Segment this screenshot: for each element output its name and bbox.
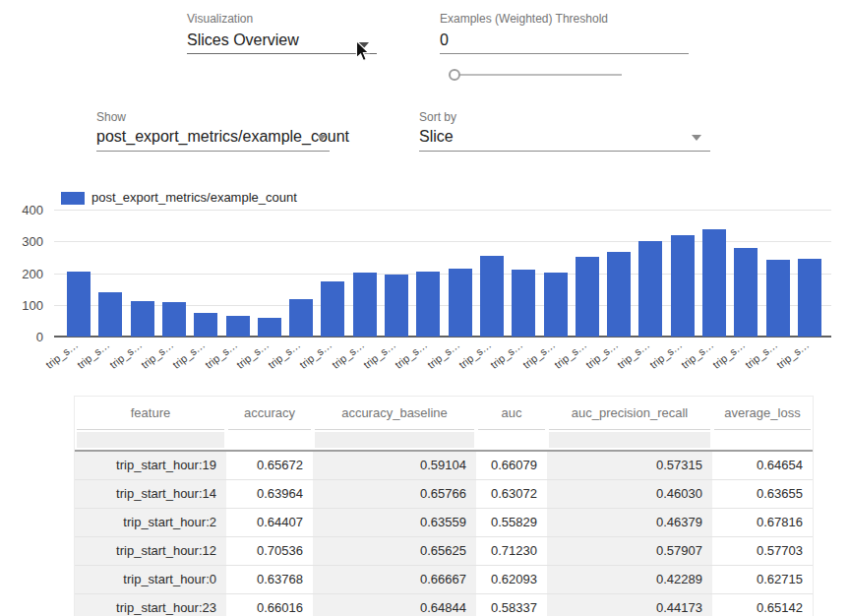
column-header-auc[interactable]: auc: [478, 397, 545, 430]
metric-cell: 0.66079: [476, 452, 547, 479]
slices-bar-chart: post_export_metrics/example_count 010020…: [0, 187, 849, 384]
gridline: [54, 210, 831, 211]
threshold-value: 0: [440, 31, 449, 48]
sort-by-label: Sort by: [419, 110, 456, 124]
table-row-trip_start_hour:0: trip_start_hour:00.637680.666670.620930.…: [75, 566, 813, 594]
metric-cell: 0.63964: [226, 480, 313, 508]
metric-cell: 0.55829: [476, 509, 547, 536]
y-axis-tick-label: 100: [0, 298, 43, 313]
bar-8[interactable]: [321, 281, 344, 337]
feature-cell: trip_start_hour:12: [75, 537, 226, 565]
filter-cell-accuracy[interactable]: [228, 432, 311, 448]
visualization-value: Slices Overview: [187, 31, 299, 48]
column-header-accuracy[interactable]: accuracy: [228, 397, 311, 430]
column-header-feature[interactable]: feature: [77, 397, 224, 430]
column-header-average_loss[interactable]: average_loss: [714, 397, 811, 430]
metric-cell: 0.63072: [476, 480, 547, 508]
visualization-label: Visualization: [187, 12, 253, 26]
feature-cell: trip_start_hour:19: [75, 452, 226, 479]
table-row-trip_start_hour:14: trip_start_hour:140.639640.657660.630720…: [75, 480, 813, 509]
metric-cell: 0.63768: [226, 566, 313, 593]
legend-label: post_export_metrics/example_count: [91, 190, 297, 205]
bar-14[interactable]: [512, 270, 535, 337]
y-axis-tick-label: 200: [0, 267, 43, 281]
metric-cell: 0.57907: [547, 537, 712, 565]
show-label: Show: [96, 110, 126, 124]
bar-22[interactable]: [766, 260, 790, 337]
bar-16[interactable]: [576, 257, 599, 337]
bar-6[interactable]: [258, 318, 281, 337]
bar-20[interactable]: [702, 229, 726, 337]
bar-2[interactable]: [131, 301, 154, 337]
y-axis-tick-label: 300: [0, 234, 43, 249]
chevron-down-icon: [692, 135, 701, 141]
show-select[interactable]: post_export_metrics/example_count: [96, 128, 330, 151]
metric-cell: 0.65625: [313, 537, 476, 565]
table-row-trip_start_hour:2: trip_start_hour:20.644070.635590.558290.…: [75, 509, 813, 537]
bar-23[interactable]: [798, 259, 821, 337]
metric-cell: 0.64407: [226, 509, 313, 536]
metric-cell: 0.42289: [547, 566, 712, 593]
bar-3[interactable]: [162, 302, 186, 337]
sort-by-select[interactable]: Slice: [419, 128, 710, 151]
chart-plot-area: [54, 210, 831, 337]
bar-18[interactable]: [638, 241, 662, 337]
bar-4[interactable]: [194, 313, 217, 338]
metric-cell: 0.65766: [313, 480, 476, 508]
metric-cell: 0.67816: [712, 509, 813, 536]
metric-cell: 0.64654: [712, 452, 813, 479]
bar-12[interactable]: [449, 269, 472, 337]
feature-cell: trip_start_hour:2: [75, 509, 226, 536]
metric-cell: 0.57703: [712, 537, 813, 565]
mouse-cursor-icon: [355, 40, 370, 62]
table-row-trip_start_hour:19: trip_start_hour:190.656720.591040.660790…: [75, 452, 813, 480]
legend-color-swatch: [61, 192, 85, 205]
bar-9[interactable]: [353, 273, 377, 337]
threshold-input[interactable]: 0: [440, 31, 689, 54]
metrics-table: featureaccuracyaccuracy_baselineaucauc_p…: [74, 396, 814, 616]
metric-cell: 0.63655: [712, 480, 813, 508]
bar-21[interactable]: [734, 248, 758, 337]
bar-0[interactable]: [67, 272, 91, 337]
filter-cell-auc[interactable]: [478, 432, 545, 448]
bar-17[interactable]: [607, 252, 631, 337]
filter-cell-accuracy_baseline[interactable]: [315, 432, 474, 448]
metric-cell: 0.66016: [226, 594, 313, 616]
filter-cell-auc_precision_recall[interactable]: [549, 432, 710, 448]
metric-cell: 0.62093: [476, 566, 547, 593]
feature-cell: trip_start_hour:14: [75, 480, 226, 508]
sort-by-underline: [419, 151, 710, 152]
metric-cell: 0.70536: [226, 537, 313, 565]
column-header-accuracy_baseline[interactable]: accuracy_baseline: [315, 397, 474, 430]
threshold-underline: [440, 53, 689, 54]
y-axis-tick-label: 400: [0, 203, 43, 217]
bar-1[interactable]: [98, 292, 122, 337]
metric-cell: 0.64844: [313, 594, 476, 616]
filter-cell-average_loss[interactable]: [714, 432, 811, 448]
feature-cell: trip_start_hour:23: [75, 594, 226, 616]
bar-5[interactable]: [226, 316, 250, 337]
metric-cell: 0.46030: [547, 480, 712, 508]
chevron-down-icon: [317, 135, 327, 141]
metric-cell: 0.44173: [547, 594, 712, 616]
bar-19[interactable]: [671, 235, 695, 337]
bar-15[interactable]: [544, 273, 568, 337]
bar-11[interactable]: [416, 272, 440, 337]
filter-cell-feature[interactable]: [77, 432, 224, 448]
metric-cell: 0.62715: [712, 566, 813, 593]
metric-cell: 0.71230: [476, 537, 547, 565]
feature-cell: trip_start_hour:0: [75, 566, 226, 593]
bar-13[interactable]: [480, 256, 504, 337]
threshold-slider-thumb[interactable]: [449, 69, 460, 81]
metric-cell: 0.66667: [313, 566, 476, 593]
y-axis-tick-label: 0: [0, 330, 43, 344]
metric-cell: 0.58337: [476, 594, 547, 616]
table-row-trip_start_hour:12: trip_start_hour:120.705360.656250.712300…: [75, 537, 813, 566]
visualization-select[interactable]: Slices Overview: [187, 31, 377, 54]
bar-10[interactable]: [385, 275, 408, 337]
threshold-label: Examples (Weighted) Threshold: [440, 12, 608, 26]
threshold-slider-track[interactable]: [455, 74, 622, 76]
show-underline: [96, 151, 330, 152]
column-header-auc_precision_recall[interactable]: auc_precision_recall: [549, 397, 710, 430]
bar-7[interactable]: [289, 299, 313, 337]
